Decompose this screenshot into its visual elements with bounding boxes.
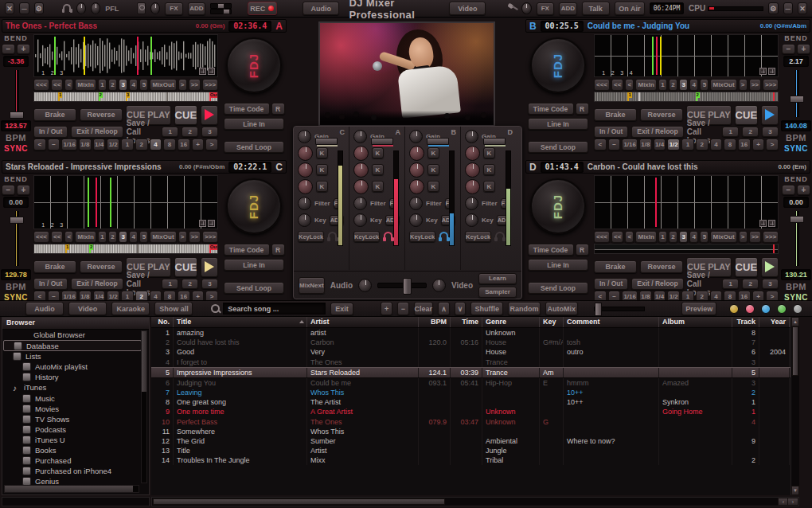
table-row[interactable]: 1amazingartistUnknown8 (151, 328, 799, 338)
crossfader[interactable] (377, 283, 427, 288)
column-header-bpm[interactable]: BPM (419, 317, 451, 327)
table-row[interactable]: 5Impressive ImpressionsStars Reloaded124… (151, 367, 799, 378)
jog-wheel[interactable]: FDJ (226, 178, 282, 234)
nav-mixin-button[interactable]: MixIn (75, 79, 96, 91)
bend-minus-button[interactable]: − (2, 44, 15, 54)
color-tag-dot[interactable] (793, 304, 802, 314)
waveform-overview[interactable]: 123Out (33, 92, 218, 102)
exit-reloop-button[interactable]: Exit / Reloop (631, 278, 683, 290)
play-button[interactable] (761, 105, 779, 125)
filter-video-button[interactable]: Video (68, 302, 107, 315)
waveform-zoomed[interactable] (594, 175, 779, 229)
jog-wheel[interactable]: FDJ (530, 178, 586, 234)
minimize-icon[interactable]: ─ (783, 2, 793, 14)
eq-kill-button[interactable]: K (316, 164, 328, 175)
line-in-button[interactable]: Line In (528, 118, 588, 130)
sidebar-item-global-browser[interactable]: Global Browser (3, 330, 142, 340)
preview-button[interactable]: Preview (681, 302, 716, 315)
eq-kill-button[interactable]: K (483, 164, 495, 175)
pitch-slider-handle[interactable] (10, 217, 24, 224)
nav--button[interactable]: >> (749, 231, 761, 243)
exit-reloop-button[interactable]: Exit / Reloop (71, 278, 123, 290)
pitch-slider-handle[interactable] (790, 96, 804, 103)
mic-fx-button[interactable]: FX (537, 2, 555, 15)
nav--button[interactable]: < (625, 79, 634, 91)
color-tag-dot[interactable] (729, 304, 739, 314)
time-code-r-button[interactable]: R (576, 103, 589, 115)
crossfader-handle[interactable] (403, 278, 412, 295)
preview-volume-slider[interactable] (594, 307, 646, 311)
cue-button[interactable]: CUE (174, 257, 197, 277)
loop-slot-2-button[interactable]: 2 (182, 127, 198, 137)
loop-size-button[interactable]: 16 (738, 139, 751, 150)
send-loop-button[interactable]: Send Loop (224, 282, 284, 294)
loop-size-button[interactable]: 4 (150, 139, 162, 150)
reverse-button[interactable]: Reverse (640, 260, 683, 273)
loop-slot-1-button[interactable]: 1 (162, 279, 178, 289)
nav--button[interactable]: <<< (33, 79, 49, 91)
nav--button[interactable]: >>> (763, 231, 779, 243)
sync-button[interactable]: SYNC (4, 144, 28, 153)
loop-size-button[interactable]: 2 (135, 139, 148, 150)
loop-size-button[interactable]: 1 (681, 139, 694, 150)
table-horizontal-scrollbar[interactable]: ‹ › (151, 497, 799, 506)
close-icon[interactable]: ✕ (5, 2, 14, 14)
column-header-track[interactable]: Track (732, 317, 759, 327)
scroll-thumb[interactable] (792, 326, 798, 376)
nav-3-button[interactable]: 3 (679, 79, 688, 91)
eq-kill-button[interactable]: K (372, 164, 384, 175)
loop-size-button[interactable]: > (205, 139, 218, 150)
nav--button[interactable]: << (51, 79, 63, 91)
phones-volume-knob[interactable] (76, 2, 86, 14)
loop-size-button[interactable]: 8 (724, 139, 736, 150)
scroll-right-icon[interactable]: › (787, 498, 798, 506)
nav-5-button[interactable]: 5 (700, 79, 709, 91)
pitch-slider[interactable] (792, 211, 800, 266)
loop-size-button[interactable]: 16 (178, 139, 190, 150)
gain-knob[interactable] (465, 130, 478, 143)
column-header-genre[interactable]: Genre (482, 317, 540, 327)
bend-minus-button[interactable]: − (782, 44, 795, 54)
time-code-button[interactable]: Time Code (528, 244, 574, 256)
nav-mixin-button[interactable]: MixIn (75, 231, 96, 243)
channel-fader[interactable] (483, 138, 506, 145)
jog-wheel[interactable]: FDJ (530, 37, 586, 93)
eq-kill-button[interactable]: K (427, 164, 439, 175)
column-header-year[interactable]: Year (759, 317, 790, 327)
nav-4-button[interactable]: 4 (129, 79, 138, 91)
bend-plus-button[interactable]: + (797, 44, 810, 54)
eq-kill-button[interactable]: K (427, 181, 439, 192)
waveform-overview[interactable] (594, 244, 779, 254)
nav-5-button[interactable]: 5 (139, 231, 148, 243)
table-row[interactable]: 8One great songThe Artist10++Synkron1 (151, 397, 799, 407)
master-volume-knob[interactable] (150, 2, 160, 14)
table-row[interactable]: 11SomewhereWhos This (151, 427, 799, 436)
nav-4-button[interactable]: 4 (129, 231, 138, 243)
loop-size-button[interactable]: − (48, 139, 61, 150)
exit-reloop-button[interactable]: Exit / Reloop (631, 126, 683, 138)
nav-mixout-button[interactable]: MixOut (150, 79, 176, 91)
play-button[interactable] (201, 257, 218, 277)
search-input[interactable] (223, 303, 326, 315)
cue-button[interactable]: CUE (174, 105, 197, 125)
bend-minus-button[interactable]: − (782, 185, 795, 195)
pitch-slider-handle[interactable] (10, 111, 24, 119)
nav--button[interactable]: >>> (763, 79, 779, 91)
keylock-button[interactable]: KeyLock (409, 231, 435, 242)
bend-plus-button[interactable]: + (17, 44, 30, 54)
sync-button[interactable]: SYNC (784, 144, 808, 153)
on-air-button[interactable]: On Air (615, 2, 645, 15)
browser-vertical-scrollbar[interactable] (141, 330, 147, 483)
column-header-no[interactable]: No. (151, 317, 174, 327)
jog-wheel[interactable]: FDJ (226, 37, 282, 93)
keylock-button[interactable]: KeyLock (465, 231, 491, 242)
gain-knob[interactable] (409, 130, 423, 143)
brake-button[interactable]: Brake (594, 108, 637, 121)
add-track-button[interactable]: + (381, 302, 392, 315)
loop-size-button[interactable]: 1/4 (93, 139, 106, 150)
mic-volume-knob[interactable] (521, 2, 531, 14)
column-header-time[interactable]: Time (451, 317, 482, 327)
master-fx-button[interactable]: FX (165, 2, 183, 15)
nav--button[interactable]: >> (749, 79, 761, 91)
sidebar-item-tv-shows[interactable]: TV Shows (3, 414, 142, 424)
